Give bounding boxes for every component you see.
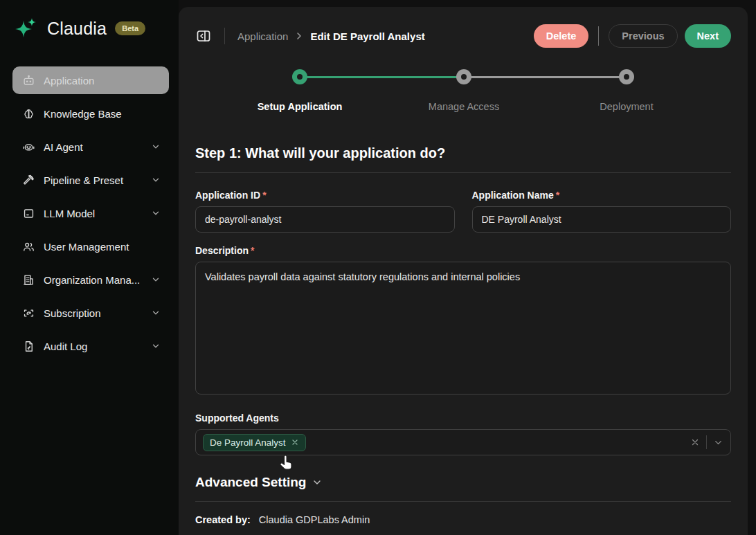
sidebar-item-application[interactable]: Application bbox=[12, 66, 169, 94]
page-header: Application Edit DE Payroll Analyst Dele… bbox=[195, 24, 731, 48]
chip-remove-icon[interactable] bbox=[291, 438, 299, 446]
select-controls bbox=[690, 435, 723, 449]
chevron-right-icon bbox=[294, 30, 305, 42]
header-actions: Delete Previous Next bbox=[534, 24, 731, 48]
hammer-icon bbox=[22, 174, 35, 187]
chevron-down-icon bbox=[312, 477, 323, 488]
step-label-manage-access: Manage Access bbox=[429, 101, 499, 112]
bot-face-icon bbox=[22, 140, 35, 154]
label-text: Application Name bbox=[472, 190, 554, 201]
advanced-setting-toggle[interactable]: Advanced Setting bbox=[195, 475, 731, 490]
beta-badge: Beta bbox=[115, 21, 145, 35]
stepper-line-completed bbox=[300, 76, 464, 78]
step-dot-deployment[interactable] bbox=[619, 69, 634, 84]
chevron-down-icon bbox=[151, 341, 161, 351]
sidebar-item-llm-model[interactable]: LLM Model bbox=[12, 199, 169, 227]
description-label: Description* bbox=[195, 245, 731, 256]
created-by-label: Created by: bbox=[195, 514, 251, 525]
sidebar-item-label: User Management bbox=[44, 241, 161, 253]
supported-agents-field-group: Supported Agents De Payroll Analyst bbox=[195, 412, 731, 455]
sidebar-item-label: Organization Mana... bbox=[44, 274, 143, 286]
required-asterisk: * bbox=[262, 190, 266, 201]
required-asterisk: * bbox=[251, 245, 254, 256]
stepper-line-upcoming bbox=[464, 76, 627, 78]
sidebar-item-user-management[interactable]: User Management bbox=[12, 233, 169, 260]
brand: Claudia Beta bbox=[12, 15, 169, 42]
agent-chip-label: De Payroll Analyst bbox=[210, 437, 286, 448]
robot-icon bbox=[22, 74, 35, 87]
sidebar-item-label: Knowledge Base bbox=[44, 108, 161, 120]
sidebar-item-subscription[interactable]: Subscription bbox=[12, 299, 169, 327]
breadcrumb-application[interactable]: Application bbox=[237, 30, 288, 42]
sidebar-nav: Application Knowledge Base bbox=[12, 66, 169, 360]
chevron-down-icon bbox=[151, 142, 161, 152]
select-divider bbox=[706, 435, 707, 449]
step-dot-setup-application[interactable] bbox=[292, 69, 307, 84]
description-textarea[interactable]: Validates payroll data against statutory… bbox=[195, 262, 731, 395]
wizard-stepper: Setup Application Manage Access Deployme… bbox=[195, 58, 731, 122]
claudia-sparkle-logo-icon bbox=[14, 15, 40, 42]
label-text: Application ID bbox=[195, 190, 260, 201]
application-name-input[interactable] bbox=[472, 206, 732, 233]
sidebar-item-label: AI Agent bbox=[44, 141, 143, 153]
sidebar: Claudia Beta Application Knowledge Base bbox=[0, 0, 179, 535]
sidebar-item-audit-log[interactable]: Audit Log bbox=[12, 332, 169, 360]
brand-name: Claudia bbox=[47, 19, 107, 39]
subscription-icon bbox=[22, 307, 35, 320]
sidebar-item-label: LLM Model bbox=[44, 208, 143, 219]
users-icon bbox=[22, 240, 35, 253]
sidebar-item-organization-management[interactable]: Organization Mana... bbox=[12, 266, 169, 293]
application-id-input[interactable] bbox=[195, 206, 455, 233]
step-label-setup-application: Setup Application bbox=[258, 101, 343, 112]
created-by-value: Claudia GDPLabs Admin bbox=[259, 514, 370, 525]
sidebar-item-label: Subscription bbox=[44, 307, 143, 319]
model-panel-icon bbox=[22, 207, 35, 220]
audit-file-icon bbox=[22, 340, 35, 353]
next-button[interactable]: Next bbox=[685, 24, 731, 48]
footer-divider bbox=[195, 501, 731, 502]
building-icon bbox=[22, 273, 35, 287]
brain-icon bbox=[22, 107, 35, 120]
chevron-down-icon bbox=[151, 175, 161, 185]
breadcrumb-current-page: Edit DE Payroll Analyst bbox=[310, 30, 424, 42]
supported-agents-multiselect[interactable]: De Payroll Analyst bbox=[195, 429, 731, 455]
label-text: Description bbox=[195, 245, 249, 256]
supported-agents-label: Supported Agents bbox=[195, 412, 731, 424]
clear-selection-icon[interactable] bbox=[690, 437, 700, 447]
sidebar-item-label: Audit Log bbox=[44, 341, 143, 352]
application-id-label: Application ID* bbox=[195, 190, 455, 201]
step-label-deployment: Deployment bbox=[600, 101, 653, 112]
sidebar-item-label: Pipeline & Preset bbox=[44, 174, 143, 186]
sidebar-item-label: Application bbox=[44, 75, 161, 87]
chevron-down-icon bbox=[151, 308, 161, 318]
main-area: Application Edit DE Payroll Analyst Dele… bbox=[179, 0, 756, 535]
sidebar-item-knowledge-base[interactable]: Knowledge Base bbox=[12, 100, 169, 127]
content-card: Application Edit DE Payroll Analyst Dele… bbox=[179, 7, 748, 535]
sidebar-item-ai-agent[interactable]: AI Agent bbox=[12, 133, 169, 161]
previous-button[interactable]: Previous bbox=[609, 24, 677, 48]
chevron-down-icon bbox=[151, 275, 161, 284]
field-row: Application ID* Application Name* bbox=[195, 190, 731, 233]
heading-divider bbox=[195, 172, 731, 173]
created-by-row: Created by: Claudia GDPLabs Admin bbox=[195, 514, 731, 525]
select-chevron-down-icon[interactable] bbox=[713, 437, 723, 448]
step-dot-manage-access[interactable] bbox=[456, 69, 471, 84]
application-id-field-group: Application ID* bbox=[195, 190, 455, 233]
description-field-group: Description* Validates payroll data agai… bbox=[195, 245, 731, 397]
breadcrumb: Application Edit DE Payroll Analyst bbox=[237, 30, 425, 42]
required-asterisk: * bbox=[556, 190, 559, 201]
header-divider bbox=[224, 28, 225, 44]
chevron-down-icon bbox=[151, 208, 161, 218]
advanced-setting-label: Advanced Setting bbox=[195, 475, 306, 490]
application-name-label: Application Name* bbox=[472, 190, 732, 201]
application-name-field-group: Application Name* bbox=[472, 190, 732, 233]
delete-button[interactable]: Delete bbox=[534, 24, 589, 48]
sidebar-collapse-button[interactable] bbox=[195, 27, 213, 45]
sidebar-item-pipeline-preset[interactable]: Pipeline & Preset bbox=[12, 166, 169, 194]
actions-divider bbox=[598, 26, 599, 46]
agent-chip[interactable]: De Payroll Analyst bbox=[203, 434, 306, 451]
page-title: Step 1: What will your application do? bbox=[195, 145, 731, 161]
